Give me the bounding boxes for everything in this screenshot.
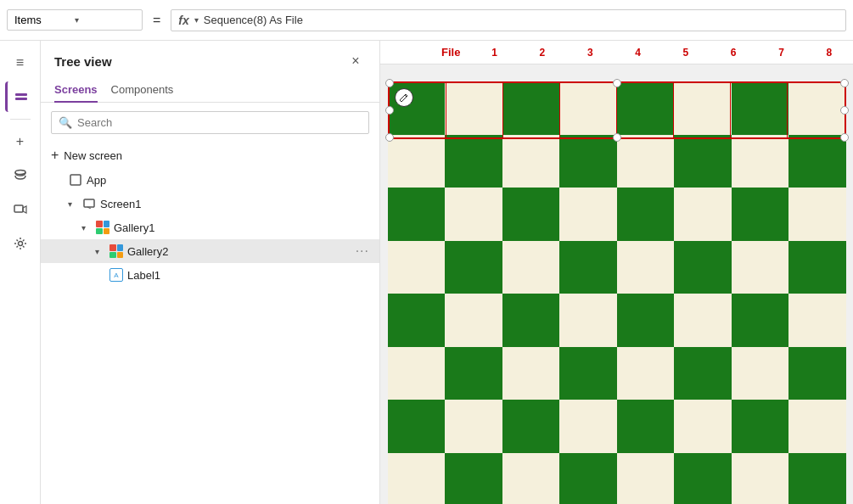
checker-cell [674,453,732,505]
canvas-area: File 1 2 3 4 5 6 7 8 [380,41,853,504]
new-screen-button[interactable]: + New screen [41,143,379,168]
hamburger-menu-icon[interactable]: ≡ [5,48,36,78]
formula-expression: Sequence(8) As File [204,14,303,26]
checker-cell [617,81,675,135]
ruler-top: File 1 2 3 4 5 6 7 8 [380,41,853,64]
screen1-chevron-icon: ▾ [68,199,78,209]
checker-cell [502,188,560,241]
checker-cell [732,135,789,188]
media-icon[interactable] [5,194,36,225]
label1-label: Label1 [127,269,369,282]
gallery1-label: Gallery1 [114,221,369,234]
checker-cell [788,81,846,135]
checker-cell [559,81,617,135]
checker-cell [502,453,560,505]
checker-cell [788,453,846,505]
checker-cell [445,135,502,188]
ruler-col-8: 8 [805,47,853,59]
checker-cell [788,347,846,400]
dropdown-value: Items [14,14,75,26]
tree-header: Tree view × [41,41,379,78]
checker-cell [674,347,732,400]
canvas-content[interactable] [380,64,853,504]
screen1-icon [81,196,97,211]
checker-cell [559,241,617,294]
screen1-label: Screen1 [100,198,369,210]
main-area: ≡ + [0,41,853,504]
ruler-col-5: 5 [662,47,710,59]
add-icon[interactable]: + [5,126,36,157]
checker-cell [502,241,560,294]
checker-cell [388,81,446,135]
checker-cell [388,347,446,400]
checker-cell [559,347,617,400]
checker-cell [674,400,732,453]
checker-cell [445,241,502,294]
checker-cell [732,400,789,453]
tree-item-screen1[interactable]: ▾ Screen1 [41,192,379,216]
label1-icon: A [109,267,124,283]
edit-icon-circle[interactable] [395,88,413,107]
checker-cell [674,81,732,135]
ruler-col-7: 7 [757,47,805,59]
top-bar: Items ▾ = fx ▾ Sequence(8) As File [0,0,853,41]
checker-cell [388,453,446,505]
svg-rect-5 [70,175,81,185]
svg-rect-1 [15,98,27,100]
formula-fx-icon: fx [178,14,188,27]
app-label: App [87,174,369,187]
checker-cell [617,241,675,294]
gallery2-more-options[interactable]: ··· [356,244,369,259]
ruler-col-2: 2 [519,47,566,59]
checker-cell [732,347,789,400]
layers-icon[interactable] [5,81,36,112]
checker-cell [617,453,675,505]
new-screen-label: New screen [64,149,122,162]
checker-cell [674,294,732,347]
svg-rect-0 [15,93,27,96]
checker-cell [502,81,560,135]
checker-cell [788,294,846,347]
tree-tabs: Screens Components [41,78,379,103]
app-icon [68,172,83,188]
checker-cell [445,188,502,241]
tree-item-label1[interactable]: A Label1 [41,263,379,287]
data-icon[interactable] [5,160,36,191]
checker-cell [788,188,846,241]
checker-cell [674,135,732,188]
checker-cell [559,188,617,241]
tree-close-button[interactable]: × [345,51,366,71]
checker-cell [559,294,617,347]
tree-item-gallery1[interactable]: ▾ Gallery1 [41,216,379,239]
tree-item-app[interactable]: App [41,168,379,192]
checker-cell [388,241,446,294]
tab-components[interactable]: Components [111,78,174,103]
checker-cell [732,81,789,135]
gallery2-icon [109,244,124,259]
checker-cell [445,294,502,347]
settings-icon[interactable] [5,228,36,259]
checker-cell [559,400,617,453]
checker-cell [445,453,502,505]
search-box[interactable]: 🔍 [51,111,369,134]
tree-item-gallery2[interactable]: ▾ Gallery2 ··· [41,239,379,263]
checker-cell [732,294,789,347]
checker-cell [559,135,617,188]
formula-chevron-icon: ▾ [194,15,199,25]
file-ruler-label: File [435,46,467,59]
checker-cell [617,400,675,453]
search-icon: 🔍 [59,116,72,129]
checker-cell [502,347,560,400]
formula-bar[interactable]: fx ▾ Sequence(8) As File [171,9,846,31]
checker-cell [732,241,789,294]
plus-icon: + [51,148,59,163]
search-input[interactable] [77,116,362,129]
checker-cell [617,188,675,241]
gallery2-label: Gallery2 [127,245,352,258]
tab-screens[interactable]: Screens [54,78,98,103]
svg-rect-3 [14,205,23,212]
items-dropdown[interactable]: Items ▾ [7,9,143,31]
checker-cell [617,347,675,400]
tree-panel: Tree view × Screens Components 🔍 + New s… [41,41,380,504]
checker-cell [388,400,446,453]
